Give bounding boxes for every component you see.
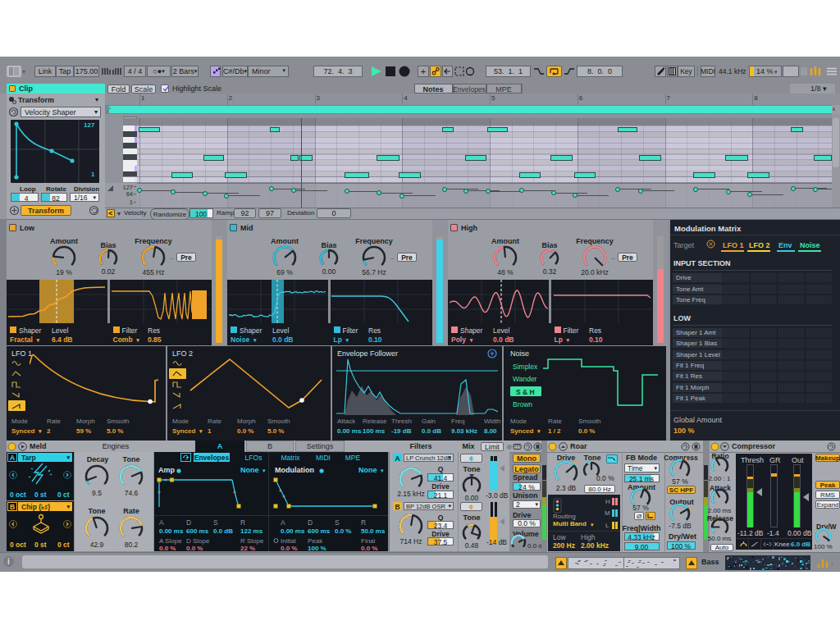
svg-text:i: i bbox=[7, 557, 10, 566]
